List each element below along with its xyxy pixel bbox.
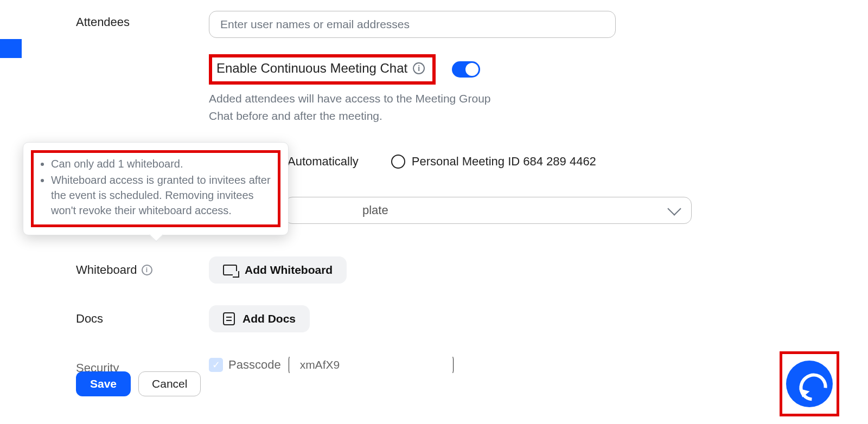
docs-label: Docs — [76, 312, 103, 326]
help-chat-button[interactable] — [786, 361, 833, 407]
continuous-chat-title: Enable Continuous Meeting Chat — [216, 61, 407, 76]
whiteboard-icon — [223, 265, 237, 275]
attendees-input[interactable] — [209, 11, 616, 38]
meeting-id-auto-option[interactable]: Automatically — [288, 155, 359, 169]
help-chat-highlight — [780, 351, 839, 416]
security-row: Security ✓ Passcode — [76, 357, 618, 373]
continuous-chat-section: Enable Continuous Meeting Chat i Added a… — [209, 54, 618, 124]
chevron-down-icon — [667, 202, 681, 215]
cancel-button[interactable]: Cancel — [138, 371, 201, 396]
template-row: plate — [285, 197, 618, 224]
tooltip-bullet: Whiteboard access is granted to invitees… — [51, 172, 272, 218]
whiteboard-label: Whiteboard — [76, 263, 137, 277]
meeting-id-auto-label: Automatically — [288, 155, 359, 169]
add-whiteboard-button[interactable]: Add Whiteboard — [209, 256, 347, 284]
continuous-chat-description: Added attendees will have access to the … — [209, 90, 491, 124]
whiteboard-info-tooltip: Can only add 1 whiteboard. Whiteboard ac… — [23, 142, 289, 235]
tooltip-bullet: Can only add 1 whiteboard. — [51, 156, 272, 171]
template-select[interactable]: plate — [285, 197, 692, 224]
continuous-chat-highlight: Enable Continuous Meeting Chat i — [209, 54, 436, 85]
meeting-id-row: Automatically Personal Meeting ID 684 28… — [285, 155, 618, 169]
attendees-row: Attendees — [76, 11, 618, 38]
passcode-label: Passcode — [228, 358, 281, 372]
add-docs-button[interactable]: Add Docs — [209, 305, 310, 332]
meeting-id-personal-label: Personal Meeting ID 684 289 4462 — [412, 155, 596, 169]
info-icon[interactable]: i — [413, 62, 425, 74]
add-whiteboard-label: Add Whiteboard — [245, 264, 333, 277]
meeting-id-personal-option[interactable]: Personal Meeting ID 684 289 4462 — [391, 155, 596, 169]
passcode-input[interactable] — [289, 357, 454, 373]
document-icon — [223, 312, 235, 325]
add-docs-label: Add Docs — [242, 312, 296, 325]
info-icon[interactable]: i — [142, 265, 152, 275]
radio-icon — [391, 155, 405, 169]
attendees-label: Attendees — [76, 11, 209, 29]
form-actions: Save Cancel — [76, 371, 201, 396]
sidebar-active-indicator — [0, 39, 22, 58]
passcode-checkbox[interactable]: ✓ — [209, 358, 223, 372]
template-selected-text: plate — [362, 203, 388, 217]
tooltip-highlight: Can only add 1 whiteboard. Whiteboard ac… — [31, 150, 280, 227]
docs-row: Docs Add Docs — [76, 305, 618, 332]
whiteboard-row: Whiteboard i Add Whiteboard — [76, 256, 618, 284]
continuous-chat-toggle[interactable] — [452, 61, 480, 78]
save-button[interactable]: Save — [76, 371, 131, 396]
